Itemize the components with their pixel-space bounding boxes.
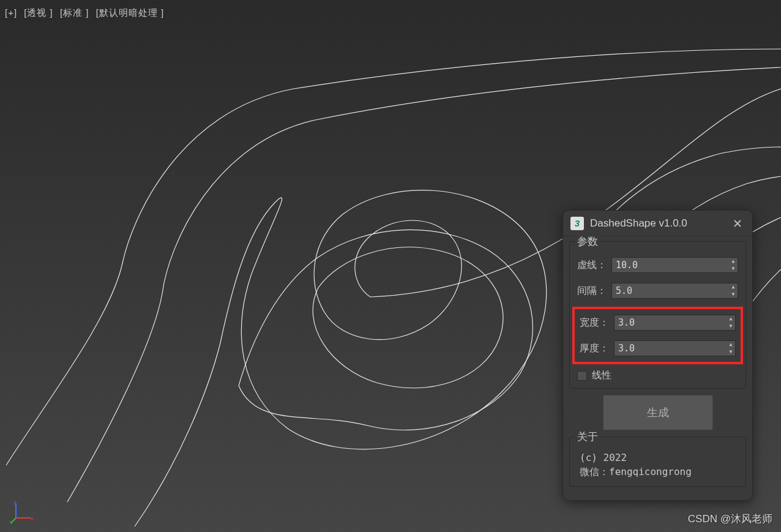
viewport-labels: [+] [透视 ] [标准 ] [默认明暗处理 ]	[5, 7, 168, 19]
axis-gizmo: z x y	[10, 500, 34, 524]
dash-spinner-up[interactable]: ▲	[729, 258, 738, 265]
width-spinner-up[interactable]: ▲	[727, 315, 735, 323]
gap-spinner-down[interactable]: ▼	[729, 291, 738, 298]
gap-label: 间隔：	[577, 285, 611, 298]
app-icon: 3	[570, 217, 584, 230]
dash-spinner-down[interactable]: ▼	[729, 265, 738, 272]
about-copyright: (c) 2022	[577, 451, 738, 465]
thickness-spinner-down[interactable]: ▼	[727, 348, 735, 356]
generate-button[interactable]: 生成	[603, 395, 713, 430]
params-group-label: 参数	[575, 234, 600, 249]
param-row-gap: 间隔： 5.0 ▲ ▼	[577, 281, 738, 301]
thickness-label: 厚度：	[580, 342, 614, 355]
about-group: 关于 (c) 2022 微信：fengqicongrong	[569, 436, 746, 487]
about-wechat: 微信：fengqicongrong	[577, 465, 738, 480]
thickness-spinner[interactable]: 3.0 ▲ ▼	[614, 340, 736, 356]
watermark: CSDN @沐风老师	[688, 512, 772, 526]
viewport-view-menu[interactable]: [透视 ]	[24, 7, 53, 18]
svg-text:x: x	[31, 515, 34, 522]
dialog-titlebar[interactable]: 3 DashedShape v1.0.0	[563, 211, 752, 236]
dialog-title: DashedShape v1.0.0	[590, 217, 730, 230]
viewport-lighting-menu[interactable]: [默认明暗处理 ]	[96, 7, 165, 18]
thickness-spinner-up[interactable]: ▲	[727, 341, 735, 348]
viewport-maximize-toggle[interactable]: [+]	[5, 7, 17, 18]
gap-spinner-up[interactable]: ▲	[729, 283, 738, 291]
param-row-width: 宽度： 3.0 ▲ ▼	[580, 313, 736, 332]
param-row-thickness: 厚度： 3.0 ▲ ▼	[580, 339, 736, 358]
viewport-shading-menu[interactable]: [标准 ]	[60, 7, 89, 18]
linear-label: 线性	[592, 369, 611, 382]
width-label: 宽度：	[580, 317, 614, 329]
close-icon	[733, 219, 742, 228]
params-group: 参数 虚线： 10.0 ▲ ▼ 间隔： 5.0 ▲ ▼	[569, 241, 746, 389]
svg-text:z: z	[13, 500, 17, 506]
dash-label: 虚线：	[577, 259, 611, 272]
gap-value[interactable]: 5.0	[612, 285, 729, 296]
thickness-value[interactable]: 3.0	[615, 343, 727, 354]
linear-checkbox-row[interactable]: 线性	[577, 369, 738, 382]
dash-value[interactable]: 10.0	[612, 260, 729, 271]
close-button[interactable]	[730, 216, 745, 231]
width-spinner[interactable]: 3.0 ▲ ▼	[614, 315, 736, 331]
width-value[interactable]: 3.0	[615, 317, 727, 328]
about-group-label: 关于	[575, 430, 600, 444]
svg-text:y: y	[10, 519, 13, 524]
gap-spinner[interactable]: 5.0 ▲ ▼	[611, 283, 738, 299]
dash-spinner[interactable]: 10.0 ▲ ▼	[611, 257, 738, 273]
highlight-box: 宽度： 3.0 ▲ ▼ 厚度： 3.0 ▲	[572, 307, 743, 364]
width-spinner-down[interactable]: ▼	[727, 323, 735, 330]
dashedshape-dialog: 3 DashedShape v1.0.0 参数 虚线： 10.0 ▲ ▼ 间隔：	[562, 210, 753, 501]
linear-checkbox[interactable]	[577, 371, 587, 381]
param-row-dash: 虚线： 10.0 ▲ ▼	[577, 255, 738, 275]
